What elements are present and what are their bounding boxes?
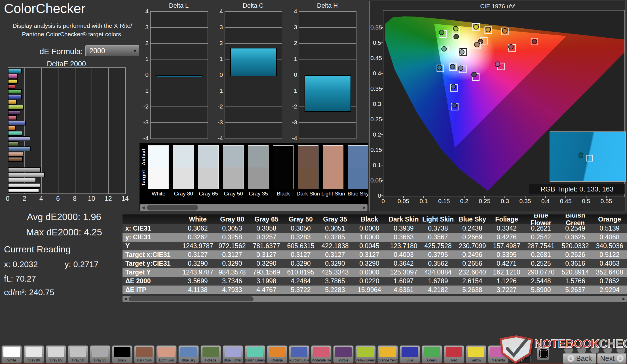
swatch-target-white: [148, 167, 168, 189]
table-cell-x-cie31-bluish-green: 0.2549: [558, 225, 592, 232]
table-cell-target-y-orange: 352.6408: [592, 269, 627, 276]
next-button[interactable]: Next »: [597, 353, 626, 364]
cie-measured-point-light-skin: [474, 42, 479, 47]
table-row-x-cie31: x: CIE310.30620.30530.30580.30500.30510.…: [123, 224, 627, 233]
cie-measured-point-orange-yellow: [486, 27, 491, 32]
table-cell-y-white: 1243.9787: [181, 242, 215, 250]
patch-button-blue[interactable]: Blue: [400, 345, 420, 363]
patch-button-blue-sky[interactable]: Blue Sky: [178, 345, 199, 363]
swatch-label-gray-65: Gray 65: [196, 191, 221, 197]
patch-button-dark-skin[interactable]: Dark Skin: [134, 345, 155, 363]
swatch-scroll-left-icon[interactable]: ◀: [140, 204, 146, 211]
patch-button-moderate-red[interactable]: Moderate Red: [311, 345, 332, 363]
patch-label-blue: Blue: [400, 358, 420, 362]
patch-button-red[interactable]: Red: [444, 345, 464, 363]
patch-button-green[interactable]: Green: [422, 345, 442, 363]
table-cell-y-cie31-dark-skin: 0.3663: [387, 233, 421, 241]
swatch-actual-blue-sky: [348, 146, 368, 167]
table-scroll-thumb[interactable]: [129, 296, 254, 301]
cie-y-tick: 0: [370, 192, 381, 199]
cie-y-tick: 0.2: [370, 131, 381, 138]
table-cell-y-gray-35: 422.1838: [318, 242, 352, 250]
swatch-scrollbar[interactable]: ◀▶: [140, 204, 368, 211]
swatch-scroll-thumb[interactable]: [147, 205, 198, 210]
deltae-bar-dark-skin: [8, 157, 23, 162]
table-row-e-itp: ΔE ITP4.11384.79334.47675.37225.228315.9…: [123, 286, 627, 294]
patch-button-gray-50[interactable]: Gray 50: [68, 345, 88, 363]
table-cell-y-cie31-foliage: 0.4276: [489, 233, 524, 241]
delta-gridline: [225, 91, 282, 91]
patch-chip-white: [3, 347, 20, 357]
table-cell-y-cie31-white: 0.3262: [181, 233, 215, 241]
back-button[interactable]: « Back: [563, 353, 596, 364]
table-cell-e-itp-gray-50: 5.3722: [284, 286, 318, 294]
table-cell-y-cie31-black: 1.0000: [352, 233, 387, 241]
patch-button-orange-yellow[interactable]: Orange Yellow: [377, 345, 398, 363]
table-scroll-right-icon[interactable]: ▶: [621, 296, 627, 302]
patch-button-yellow-green[interactable]: Yellow Green: [355, 345, 376, 363]
table-cell-x-cie31-dark-skin: 0.3939: [387, 225, 421, 232]
patch-button-gray-80[interactable]: Gray 80: [24, 345, 44, 363]
patch-label-white: White: [2, 358, 22, 362]
table-cell-y-cie31-gray-50: 0.3283: [284, 233, 318, 241]
table-cell-y-bluish-green: 520.0332: [558, 242, 592, 250]
table-scrollbar[interactable]: ◀ ▶: [123, 296, 627, 302]
patch-label-black: Black: [112, 358, 132, 362]
patch-chip-orange: [269, 347, 285, 357]
de-formula-dropdown[interactable]: 2000 ▼: [85, 45, 139, 56]
cie-y-tick: 0.55: [370, 24, 381, 31]
table-cell-e-itp-blue-sky: 5.2638: [455, 286, 489, 294]
patch-button-orange[interactable]: Orange: [267, 345, 287, 363]
patch-label-foliage: Foliage: [201, 358, 221, 362]
table-cell-target-y-cie31-gray-35: 0.3290: [318, 260, 352, 267]
swatch-target-gray-35: [248, 167, 268, 189]
patch-button-gray-65[interactable]: Gray 65: [46, 345, 66, 363]
table-row-target-y: Target Y1243.9787984.3578793.1569610.819…: [123, 268, 627, 277]
cie-measured-point-bluish-green: [442, 46, 446, 51]
deltae-bar-magenta: [8, 74, 18, 78]
cie-measured-point-blue-sky: [450, 64, 455, 69]
table-cell-e-2000-gray-50: 4.2484: [284, 277, 318, 285]
cie-y-tickmark: [381, 73, 383, 74]
table-cell-x-cie31-blue-sky: 0.2438: [455, 225, 489, 232]
patch-button-purple[interactable]: Purple: [333, 345, 354, 363]
patch-button-gray-35[interactable]: Gray 35: [90, 345, 110, 363]
patch-chip-dark-skin: [136, 347, 153, 357]
patch-chip-light-skin: [158, 347, 175, 357]
table-cell-target-y-cie31-gray-65: 0.3290: [249, 260, 284, 267]
swatch-scroll-right-icon[interactable]: ▶: [361, 204, 368, 211]
patch-button-bluish-green[interactable]: Bluish Green: [245, 345, 265, 363]
cie-y-tickmark: [381, 195, 383, 196]
cie-y-tick: 0.1: [370, 161, 381, 169]
table-cell-e-itp-light-skin: 4.2182: [421, 286, 455, 294]
delta-chart-title-delta-l: Delta L: [150, 2, 207, 9]
patch-button-light-skin[interactable]: Light Skin: [156, 345, 177, 363]
table-cell-e-2000-blue-flower: 2.5448: [524, 277, 558, 285]
patch-button-blue-flower[interactable]: Blue Flower: [223, 345, 243, 363]
patch-button-foliage[interactable]: Foliage: [200, 345, 221, 363]
swatch-white: [148, 145, 169, 189]
table-cell-e-2000-blue-sky: 2.6154: [455, 277, 489, 285]
delta-gridline: [151, 59, 208, 59]
patch-button-white[interactable]: White: [1, 345, 22, 363]
swatch-label-black: Black: [271, 191, 296, 197]
delta-gridline: [225, 27, 282, 28]
table-cell-target-y-gray-50: 610.8195: [284, 269, 318, 276]
patch-label-gray-35: Gray 35: [90, 358, 110, 362]
cie-x-tick: 0.3: [501, 198, 509, 205]
table-cell-target-y-cie31-black: 0.3290: [352, 260, 387, 267]
table-row-label-e-2000: ΔE 2000: [123, 277, 181, 285]
patch-button-black[interactable]: Black: [112, 345, 132, 363]
deltae-bar-white: [8, 188, 39, 193]
patch-button-yellow[interactable]: Yellow: [466, 345, 486, 363]
table-cell-target-y-cie31-blue-sky: 0.2656: [455, 260, 489, 267]
patch-button-purplish-blue[interactable]: Purplish Blue: [289, 345, 309, 363]
table-header-dark-skin: Dark Skin: [387, 216, 421, 223]
cie-y-tick: 0.4: [370, 70, 381, 77]
swatch-gray-50: [223, 145, 244, 189]
cie-measured-point-white-point: [459, 50, 464, 54]
cie-y-tickmark: [381, 119, 383, 120]
table-scroll-left-icon[interactable]: ◀: [123, 296, 128, 302]
patch-chip-yellow: [468, 347, 484, 357]
deltae-x-tick: 8: [73, 195, 77, 203]
